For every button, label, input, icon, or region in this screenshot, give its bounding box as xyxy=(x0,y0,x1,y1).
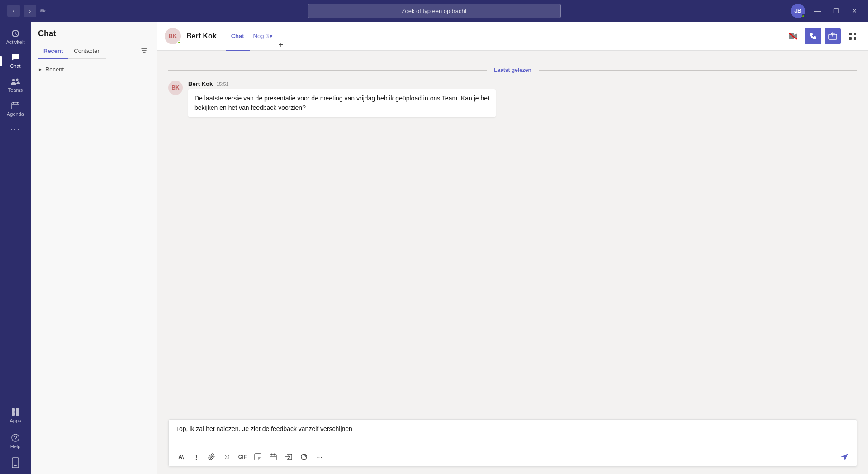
sidebar-item-chat[interactable]: Chat xyxy=(2,49,29,72)
emoji-icon: ☺ xyxy=(223,453,231,461)
format-button[interactable]: A xyxy=(174,450,188,464)
svg-rect-4 xyxy=(16,408,19,412)
compose-area: A ! ☺ xyxy=(157,414,868,474)
last-read-label: Laatst gelezen xyxy=(494,67,531,73)
message-header: Bert Kok 15:51 xyxy=(188,81,857,87)
sidebar-label-apps: Apps xyxy=(9,418,21,423)
agenda-icon xyxy=(11,101,20,110)
message-text: De laatste versie van de presentatie voo… xyxy=(194,95,489,111)
message-avatar: BK xyxy=(168,81,183,95)
svg-line-19 xyxy=(182,455,184,459)
message-sender: Bert Kok xyxy=(188,81,213,87)
more-options-button[interactable] xyxy=(844,28,861,44)
more-toolbar-button[interactable]: ··· xyxy=(313,450,326,464)
sidebar-label-activity: Activiteit xyxy=(6,39,25,45)
apps-icon xyxy=(11,408,20,417)
emoji-button[interactable]: ☺ xyxy=(220,450,234,464)
sidebar-item-activity[interactable]: Activiteit xyxy=(2,25,29,48)
compose-input[interactable] xyxy=(169,420,857,445)
attach-icon xyxy=(208,453,215,461)
svg-point-1 xyxy=(16,79,19,81)
nav-controls: ‹ › xyxy=(7,5,36,17)
svg-rect-15 xyxy=(854,33,856,35)
left-panel-title: Chat xyxy=(38,29,150,38)
recent-section-header[interactable]: ► Recent xyxy=(34,64,153,75)
search-bar[interactable]: Zoek of typ een opdracht xyxy=(308,4,561,18)
messages-area: Laatst gelezen BK Bert Kok 15:51 De laat… xyxy=(157,51,868,414)
divider-right xyxy=(539,70,857,71)
important-button[interactable]: ! xyxy=(190,450,203,464)
compose-icon[interactable]: ✏ xyxy=(40,7,46,15)
left-panel-tabs: Recent Contacten xyxy=(38,44,106,59)
video-button[interactable] xyxy=(785,28,801,44)
format-icon: A xyxy=(177,453,185,460)
left-panel-header: Chat Recent Contacten xyxy=(31,22,157,59)
sidebar-item-agenda[interactable]: Agenda xyxy=(2,97,29,120)
svg-rect-3 xyxy=(12,408,15,412)
table-row: BK Bert Kok 15:51 De laatste versie van … xyxy=(168,81,857,117)
chat-tab-chat[interactable]: Chat xyxy=(226,22,250,51)
nav-forward-button[interactable]: › xyxy=(24,5,36,17)
important-icon: ! xyxy=(195,453,198,461)
close-button[interactable]: ✕ xyxy=(848,5,861,16)
attach-button[interactable] xyxy=(205,450,218,464)
sidebar: Activiteit Chat Teams xyxy=(0,22,31,474)
message-bubble: De laatste versie van de presentatie voo… xyxy=(188,89,496,117)
call-button[interactable] xyxy=(805,28,821,44)
compose-toolbar: A ! ☺ xyxy=(169,447,857,466)
sidebar-item-more[interactable]: ··· xyxy=(2,121,29,138)
loop-button[interactable] xyxy=(297,450,311,464)
schedule-icon xyxy=(270,453,277,460)
compose-box: A ! ☺ xyxy=(168,419,857,467)
grid-icon xyxy=(848,32,857,41)
header-actions xyxy=(785,28,861,44)
svg-rect-16 xyxy=(849,37,852,40)
titlebar-right: JB — ❐ ✕ xyxy=(791,4,861,18)
sidebar-item-help[interactable]: ? Help xyxy=(2,430,29,453)
send-button[interactable] xyxy=(838,450,851,464)
sidebar-item-teams[interactable]: Teams xyxy=(2,73,29,96)
phone-icon xyxy=(809,32,817,40)
left-panel-tabs-row: Recent Contacten xyxy=(38,44,150,59)
main-chat: BK Bert Kok Chat Nog 3 ▾ + xyxy=(157,22,868,474)
recent-label: Recent xyxy=(45,66,64,73)
message-content: Bert Kok 15:51 De laatste versie van de … xyxy=(188,81,857,117)
nav-back-button[interactable]: ‹ xyxy=(7,5,20,17)
sidebar-item-device[interactable] xyxy=(2,454,29,473)
chat-icon xyxy=(11,53,20,62)
tab-contacten[interactable]: Contacten xyxy=(68,44,106,59)
sidebar-label-agenda: Agenda xyxy=(7,111,24,117)
filter-icon xyxy=(141,47,148,54)
svg-rect-10 xyxy=(14,465,17,466)
contact-status-dot xyxy=(177,41,181,44)
sidebar-item-apps[interactable]: Apps xyxy=(2,404,29,429)
restore-button[interactable]: ❐ xyxy=(830,5,843,16)
svg-rect-17 xyxy=(854,37,856,40)
minimize-button[interactable]: — xyxy=(811,5,824,16)
teams-icon xyxy=(10,77,20,86)
gif-button[interactable]: GIF xyxy=(236,450,249,464)
sidebar-label-help: Help xyxy=(10,444,21,449)
delivery-button[interactable] xyxy=(282,450,295,464)
avatar[interactable]: JB xyxy=(791,4,805,18)
sticker-button[interactable] xyxy=(251,450,265,464)
share-button[interactable] xyxy=(825,28,841,44)
device-icon xyxy=(11,457,20,468)
filter-button[interactable] xyxy=(139,45,150,58)
more-tabs-button[interactable]: Nog 3 ▾ xyxy=(250,22,277,50)
tab-recent[interactable]: Recent xyxy=(38,44,68,59)
app-body: Activiteit Chat Teams xyxy=(0,22,868,474)
message-time: 15:51 xyxy=(216,81,229,87)
activity-icon xyxy=(11,29,20,38)
left-panel-content: ► Recent xyxy=(31,59,157,80)
add-tab-button[interactable]: + xyxy=(276,40,285,50)
sidebar-label-teams: Teams xyxy=(8,87,23,93)
help-icon: ? xyxy=(11,433,20,442)
last-read-divider: Laatst gelezen xyxy=(168,67,857,73)
schedule-button[interactable] xyxy=(266,450,280,464)
sidebar-label-chat: Chat xyxy=(10,63,20,69)
svg-rect-14 xyxy=(849,33,852,35)
more-toolbar-icon: ··· xyxy=(316,453,323,460)
search-text: Zoek of typ een opdracht xyxy=(402,8,467,14)
svg-rect-21 xyxy=(270,455,276,460)
